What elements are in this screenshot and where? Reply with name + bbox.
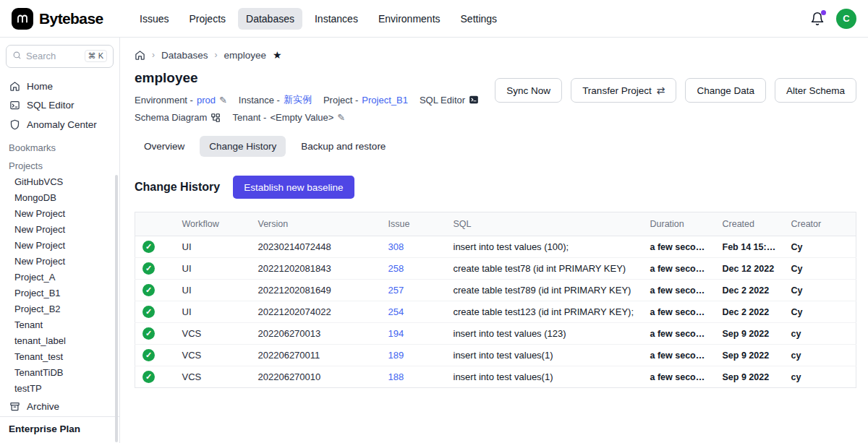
cell-workflow: UI: [175, 280, 251, 301]
meta-schema-diagram[interactable]: Schema Diagram: [135, 112, 221, 123]
sidebar-item-label: Anomaly Center: [27, 119, 97, 130]
cell-created: Sep 9 2022: [715, 323, 784, 345]
environment-link[interactable]: prod: [197, 95, 216, 106]
issue-link[interactable]: 194: [388, 328, 404, 339]
col-created: Created: [715, 212, 784, 236]
sidebar-item-home[interactable]: Home: [0, 77, 119, 96]
col-issue: Issue: [381, 212, 446, 236]
search-icon: [12, 50, 22, 63]
issue-link[interactable]: 188: [388, 371, 404, 382]
nav-item[interactable]: Settings: [453, 8, 506, 30]
sidebar-project-item[interactable]: Tenant: [0, 317, 119, 333]
cell-duration: a few seconds: [643, 301, 715, 323]
project-label: Project -: [323, 95, 358, 106]
sidebar-project-item[interactable]: MongoDB: [0, 190, 119, 206]
sync-now-button[interactable]: Sync Now: [495, 78, 562, 103]
meta-instance: Instance - 新实例: [239, 93, 312, 106]
tab[interactable]: Backup and restore: [292, 136, 395, 157]
sidebar-project-item[interactable]: Project_A: [0, 270, 119, 285]
nav-item[interactable]: Projects: [181, 8, 234, 30]
establish-baseline-button[interactable]: Establish new baseline: [233, 176, 354, 199]
issue-link[interactable]: 254: [388, 306, 404, 317]
status-done-icon: ✓: [142, 371, 155, 383]
issue-link[interactable]: 257: [388, 285, 404, 296]
edit-pencil-icon[interactable]: ✎: [337, 112, 345, 123]
status-done-icon: ✓: [142, 241, 155, 253]
meta-sql-editor[interactable]: SQL Editor: [420, 95, 479, 106]
sidebar-item-archive[interactable]: Archive: [0, 396, 119, 416]
cell-creator: Cy: [784, 301, 856, 323]
breadcrumb-home-icon[interactable]: [135, 50, 145, 61]
breadcrumb-databases[interactable]: Databases: [161, 50, 208, 61]
issue-link[interactable]: 258: [388, 263, 404, 274]
breadcrumb-employee[interactable]: employee: [224, 50, 267, 61]
table-row[interactable]: ✓ VCS 202206270011 189 insert into test …: [135, 345, 856, 366]
change-history-header: Change History Establish new baseline: [135, 176, 856, 199]
sidebar-scrollbar[interactable]: [115, 175, 118, 442]
table-row[interactable]: ✓ VCS 202206270013 194 insert into test …: [135, 323, 856, 345]
cell-duration: a few seconds: [643, 366, 715, 388]
sidebar-project-item[interactable]: New Project: [0, 238, 119, 254]
sidebar-project-item[interactable]: New Project: [0, 206, 119, 222]
table-row[interactable]: ✓ UI 20230214072448 308 insert into test…: [135, 236, 856, 258]
tenant-value: <Empty Value>: [270, 112, 333, 123]
sidebar-item-sql-editor[interactable]: SQL Editor: [0, 95, 119, 115]
cell-created: Sep 9 2022: [715, 366, 784, 388]
sidebar-project-item[interactable]: tenant_label: [0, 333, 119, 349]
brand[interactable]: Bytebase: [12, 8, 122, 30]
meta-environment: Environment - prod ✎: [135, 95, 227, 106]
table-row[interactable]: ✓ VCS 202206270010 188 insert into test …: [135, 366, 856, 388]
table-row[interactable]: ✓ UI 20221202074022 254 create table tes…: [135, 301, 856, 323]
cell-workflow: UI: [175, 301, 251, 323]
table-row[interactable]: ✓ UI 20221202081649 257 create table tes…: [135, 280, 856, 301]
sidebar-item-anomaly-center[interactable]: Anomaly Center: [0, 115, 119, 134]
transfer-project-button[interactable]: Transfer Project ⇄: [571, 78, 676, 103]
col-creator: Creator: [784, 212, 856, 236]
meta-project: Project - Project_B1: [323, 95, 408, 106]
sidebar-project-item[interactable]: New Project: [0, 254, 119, 270]
cell-creator: cy: [784, 323, 856, 345]
nav-item[interactable]: Issues: [132, 8, 176, 30]
sql-editor-label: SQL Editor: [420, 95, 465, 106]
sidebar-project-item[interactable]: Tenant_test: [0, 349, 119, 365]
notifications-bell-icon[interactable]: [810, 12, 825, 26]
sidebar-project-item[interactable]: Project_B2: [0, 301, 119, 317]
environment-label: Environment -: [135, 95, 193, 106]
avatar[interactable]: C: [836, 9, 856, 29]
cell-created: Dec 2 2022: [715, 280, 784, 301]
sidebar-project-item[interactable]: Project_B1: [0, 285, 119, 301]
sidebar-project-item[interactable]: TenantTiDB: [0, 365, 119, 381]
search-input[interactable]: [26, 51, 80, 61]
project-link[interactable]: Project_B1: [362, 95, 408, 106]
nav-item[interactable]: Databases: [238, 8, 302, 30]
page-tabs: Overview Change History Backup and resto…: [135, 136, 856, 157]
sidebar-project-item[interactable]: New Project: [0, 222, 119, 238]
favorite-star-icon[interactable]: ★: [273, 49, 282, 61]
edit-pencil-icon[interactable]: ✎: [219, 95, 227, 106]
sidebar: ⌘ K Home SQL Editor Anomaly Center: [0, 38, 120, 443]
change-data-button[interactable]: Change Data: [685, 78, 766, 103]
tab[interactable]: Change History: [200, 136, 286, 157]
table-row[interactable]: ✓ UI 20221202081843 258 create table tes…: [135, 258, 856, 280]
issue-link[interactable]: 308: [388, 241, 404, 252]
section-title: Change History: [135, 181, 220, 194]
cell-workflow: VCS: [175, 345, 251, 366]
sidebar-item-label: Home: [27, 81, 53, 92]
nav-item[interactable]: Environments: [370, 8, 448, 30]
instance-label: Instance -: [239, 95, 280, 106]
col-version: Version: [251, 212, 381, 236]
tab[interactable]: Overview: [135, 136, 194, 157]
projects-section-label: Projects: [0, 156, 119, 174]
nav-item[interactable]: Instances: [307, 8, 366, 30]
sidebar-project-item[interactable]: GitHubVCS: [0, 174, 119, 190]
home-icon: [9, 81, 20, 92]
schema-diagram-icon: [210, 113, 221, 123]
plan-label: Enterprise Plan: [0, 416, 119, 443]
issue-link[interactable]: 189: [388, 350, 404, 361]
project-list: GitHubVCS MongoDB New Project New Projec…: [0, 174, 119, 396]
alter-schema-button[interactable]: Alter Schema: [775, 78, 856, 103]
cell-creator: cy: [784, 366, 856, 388]
instance-link[interactable]: 新实例: [284, 93, 312, 106]
sidebar-project-item[interactable]: testTP: [0, 381, 119, 396]
search-box[interactable]: ⌘ K: [6, 45, 114, 68]
